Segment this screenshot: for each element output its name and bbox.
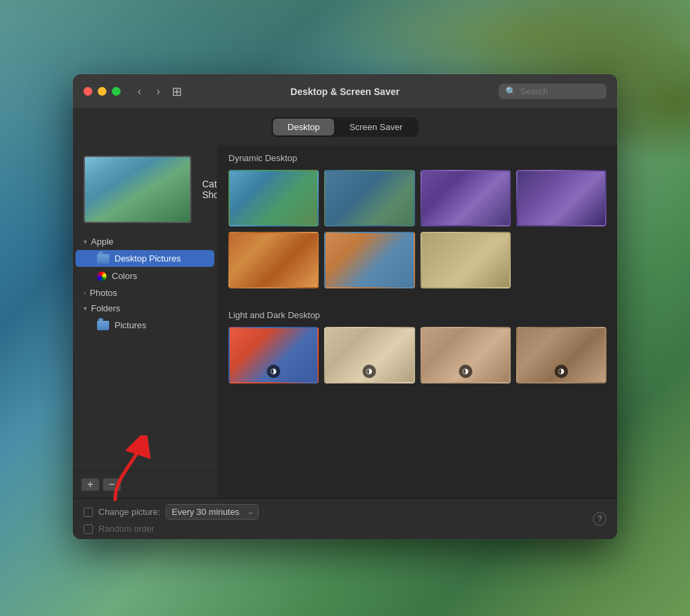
random-order-row: Random order (84, 524, 585, 534)
sidebar-item-desktop-pictures-label: Desktop Pictures (115, 253, 181, 264)
tab-group: Desktop Screen Saver (272, 117, 418, 137)
wallpaper-section-lightdark: Light and Dark Desktop ◑ ◑ ◑ ◑ (218, 302, 617, 397)
sidebar: Catalina Shoreline ▾ Apple Desktop Pictu… (73, 145, 218, 498)
bottom-rows: Change picture: Every 5 seconds Every 30… (84, 504, 585, 534)
traffic-lights (84, 87, 121, 96)
preview-image (85, 157, 190, 222)
maximize-button[interactable] (112, 87, 121, 96)
time-icon-ld2: ◑ (363, 365, 376, 378)
window-title: Desktop & Screen Saver (290, 86, 400, 97)
random-order-checkbox[interactable] (84, 524, 93, 534)
content: Catalina Shoreline ▾ Apple Desktop Pictu… (73, 145, 617, 498)
wallpaper-thumb-dd7[interactable] (420, 232, 511, 288)
wallpaper-thumb-ld1[interactable]: ◑ (228, 327, 319, 383)
search-bar[interactable]: 🔍 (499, 84, 606, 99)
sidebar-item-pictures[interactable]: Pictures (75, 317, 214, 334)
time-icon-ld3: ◑ (459, 365, 472, 378)
preview-area: Catalina Shoreline (73, 145, 217, 231)
random-order-label: Random order (98, 524, 154, 534)
chevron-right-icon: › (84, 289, 86, 297)
tab-screensaver[interactable]: Screen Saver (334, 119, 417, 135)
wallpaper-thumb-dd4[interactable] (516, 170, 606, 226)
bottom-bar: Change picture: Every 5 seconds Every 30… (73, 498, 617, 539)
sidebar-bottom: + − (73, 470, 217, 498)
sidebar-item-colors-label: Colors (112, 271, 137, 281)
wallpaper-grid-dynamic (228, 170, 606, 288)
sidebar-section-folders[interactable]: ▾ Folders (73, 301, 217, 316)
help-button[interactable]: ? (593, 512, 606, 526)
grid-icon[interactable]: ⊞ (172, 84, 182, 99)
sidebar-item-colors[interactable]: Colors (75, 268, 214, 284)
close-button[interactable] (84, 87, 92, 96)
sidebar-section-photos-label: Photos (90, 288, 117, 298)
sidebar-item-desktop-pictures[interactable]: Desktop Pictures (75, 250, 214, 267)
folder-icon (97, 254, 109, 264)
forward-button[interactable]: › (150, 84, 166, 100)
sidebar-section-folders-label: Folders (91, 303, 120, 313)
search-icon: 🔍 (505, 86, 516, 96)
tab-desktop[interactable]: Desktop (273, 119, 335, 135)
nav-buttons: ‹ › (131, 84, 166, 100)
wallpaper-thumb-ld2[interactable]: ◑ (324, 327, 414, 383)
back-button[interactable]: ‹ (131, 84, 148, 100)
tabs-area: Desktop Screen Saver (73, 109, 617, 145)
minimize-button[interactable] (98, 87, 106, 96)
sidebar-section-apple[interactable]: ▾ Apple (73, 234, 217, 249)
section-title-dynamic: Dynamic Desktop (228, 153, 606, 163)
folder-icon-2 (97, 321, 109, 330)
sidebar-item-pictures-label: Pictures (115, 320, 146, 330)
time-icon-ld4: ◑ (555, 365, 568, 378)
chevron-down-icon: ▾ (84, 238, 87, 245)
color-wheel-icon (97, 272, 106, 281)
search-input[interactable] (520, 86, 601, 96)
wallpaper-thumb-ld4[interactable]: ◑ (516, 327, 606, 383)
preview-thumbnail (84, 156, 191, 223)
window: ‹ › ⊞ Desktop & Screen Saver 🔍 Desktop S… (73, 74, 617, 539)
interval-select-wrapper[interactable]: Every 5 seconds Every 30 seconds Every m… (166, 504, 259, 520)
wallpaper-thumb-dd3[interactable] (420, 170, 511, 226)
section-title-lightdark: Light and Dark Desktop (228, 310, 606, 320)
remove-button[interactable]: − (102, 478, 121, 491)
wallpaper-grid-lightdark: ◑ ◑ ◑ ◑ (228, 327, 606, 383)
wallpaper-thumb-ld3[interactable]: ◑ (420, 327, 511, 383)
change-picture-label: Change picture: (98, 507, 160, 517)
sidebar-nav: ▾ Apple Desktop Pictures Colors › Photos (73, 231, 217, 470)
wallpaper-thumb-dd2[interactable] (324, 170, 414, 226)
sidebar-section-apple-label: Apple (91, 237, 113, 247)
wallpaper-thumb-dd5[interactable] (228, 232, 319, 288)
wallpaper-section-dynamic: Dynamic Desktop (218, 145, 617, 302)
add-button[interactable]: + (81, 478, 100, 491)
wallpaper-thumb-dd6[interactable] (324, 232, 414, 288)
time-icon-ld1: ◑ (267, 365, 280, 378)
wallpaper-area: Dynamic Desktop Light and Dark Desktop ◑ (218, 145, 617, 498)
interval-select[interactable]: Every 5 seconds Every 30 seconds Every m… (166, 504, 259, 520)
wallpaper-thumb-dd1[interactable] (228, 170, 319, 226)
chevron-down-icon-2: ▾ (84, 305, 87, 312)
change-picture-checkbox[interactable] (84, 507, 93, 517)
preview-name: Catalina Shoreline (202, 179, 218, 200)
titlebar: ‹ › ⊞ Desktop & Screen Saver 🔍 (73, 74, 617, 109)
sidebar-section-photos[interactable]: › Photos (73, 285, 217, 301)
